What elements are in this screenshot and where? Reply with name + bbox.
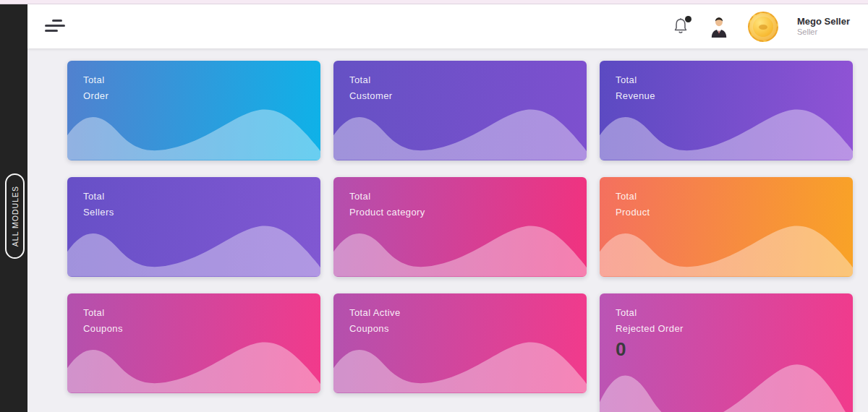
stat-card-grid: Total Order Total Customer Total Revenue… — [27, 48, 868, 393]
gold-coin-badge[interactable] — [748, 12, 778, 42]
wave-decoration — [333, 98, 587, 160]
stat-card-total-active-coupons[interactable]: Total Active Coupons — [333, 293, 587, 393]
notification-bell-icon[interactable] — [673, 17, 690, 37]
wave-decoration — [333, 331, 587, 393]
card-title-line1: Total — [83, 305, 123, 321]
user-role: Seller — [797, 27, 855, 38]
person-avatar[interactable] — [709, 16, 729, 38]
card-value: 0 — [616, 338, 684, 360]
hamburger-menu-icon[interactable] — [45, 20, 67, 34]
card-title-line1: Total Active — [349, 305, 401, 321]
card-title-line2: Coupons — [83, 321, 123, 337]
stat-card-total-product[interactable]: Total Product — [600, 177, 853, 277]
stat-card-total-coupons[interactable]: Total Coupons — [67, 293, 320, 393]
stat-card-total-revenue[interactable]: Total Revenue — [600, 61, 853, 160]
stat-card-total-customer[interactable]: Total Customer — [333, 61, 587, 160]
card-title-line1: Total — [349, 72, 393, 88]
all-modules-button[interactable]: ALL MODULES — [5, 173, 25, 259]
stat-card-total-product-category[interactable]: Total Product category — [333, 177, 587, 277]
card-title-line2: Rejected Order — [616, 321, 684, 337]
card-title-line2: Sellers — [83, 205, 114, 220]
wave-decoration — [67, 331, 320, 393]
card-title-line2: Customer — [349, 88, 393, 104]
card-title-line1: Total — [83, 72, 109, 88]
user-menu[interactable]: Mego Seller Seller — [797, 16, 855, 38]
card-title-line1: Total — [349, 189, 425, 205]
card-title-line2: Revenue — [616, 88, 655, 104]
card-title-line1: Total — [616, 189, 650, 205]
top-header: Mego Seller Seller — [27, 4, 868, 48]
all-modules-label: ALL MODULES — [11, 186, 20, 246]
card-title-line2: Product category — [349, 205, 425, 220]
header-actions: Mego Seller Seller — [673, 12, 868, 42]
card-title-line2: Product — [616, 205, 650, 220]
top-accent-strip — [0, 0, 868, 4]
stat-card-total-sellers[interactable]: Total Sellers — [67, 177, 320, 277]
card-title-line1: Total — [83, 189, 114, 205]
stat-card-total-order[interactable]: Total Order — [67, 61, 320, 160]
card-title-line2: Order — [83, 88, 109, 104]
left-rail: ALL MODULES — [0, 4, 27, 412]
card-title-line2: Coupons — [349, 321, 401, 337]
wave-decoration — [333, 215, 587, 277]
dashboard-content: Total Order Total Customer Total Revenue… — [27, 48, 868, 412]
notification-badge — [685, 16, 692, 22]
stat-card-total-rejected-order[interactable]: Total Rejected Order 0 — [600, 293, 853, 412]
wave-decoration — [600, 215, 853, 277]
wave-decoration — [600, 98, 853, 160]
user-name: Mego Seller — [797, 16, 855, 27]
card-title-line1: Total — [616, 305, 684, 321]
wave-decoration — [67, 98, 320, 160]
card-title-line1: Total — [616, 72, 655, 88]
wave-decoration — [67, 215, 320, 277]
